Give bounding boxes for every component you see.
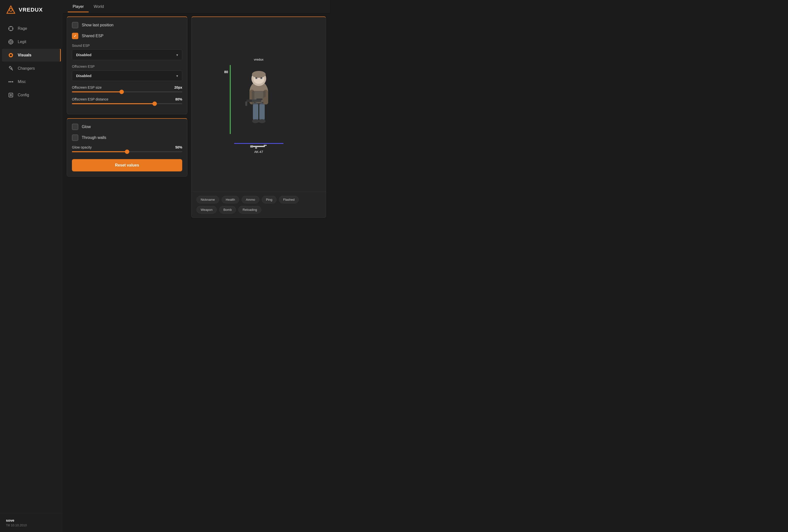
tag-bomb[interactable]: Bomb (219, 206, 236, 214)
offscreen-esp-size-track[interactable] (72, 91, 182, 92)
shared-esp-checkbox[interactable] (72, 33, 78, 39)
changers-icon (8, 65, 14, 72)
svg-point-14 (10, 54, 12, 56)
misc-icon (8, 79, 14, 85)
offscreen-esp-arrow: ▾ (176, 74, 178, 78)
offscreen-esp-select[interactable]: Disabled ▾ (72, 71, 182, 81)
sidebar: VREDUX Rage (0, 0, 63, 222)
sidebar-item-label-config: Config (18, 93, 29, 97)
player-health-number: 80 (224, 70, 228, 74)
through-walls-label: Through walls (82, 136, 106, 140)
svg-point-16 (8, 81, 10, 82)
tag-health[interactable]: Health (222, 196, 239, 203)
sidebar-item-changers[interactable]: Changers (2, 62, 61, 75)
glow-checkbox[interactable] (72, 124, 78, 130)
sound-esp-value: Disabled (76, 53, 92, 57)
offscreen-esp-distance-label: Offscreen ESP distance (72, 97, 109, 101)
svg-point-37 (259, 119, 265, 123)
glow-opacity-label: Glow opacity (72, 145, 92, 149)
panels-area: Show last position Shared ESP Sound ESP … (63, 13, 330, 222)
svg-rect-43 (255, 147, 257, 149)
weapon-icon (250, 143, 268, 149)
svg-point-20 (10, 94, 12, 96)
visuals-icon (8, 52, 14, 58)
tab-player[interactable]: Player (68, 0, 88, 12)
tag-ping[interactable]: Ping (262, 196, 277, 203)
offscreen-esp-size-fill (72, 91, 122, 92)
tag-flashed[interactable]: Flashed (279, 196, 299, 203)
logo-icon (6, 5, 16, 15)
glow-opacity-section: Glow opacity 50% (72, 145, 182, 152)
sound-esp-label: Sound ESP (72, 44, 182, 47)
tags-area: NicknameHealthAmmoPingFlashedWeaponBombR… (192, 192, 326, 217)
offscreen-esp-size-section: Offscreen ESP size 20px (72, 85, 182, 92)
svg-rect-41 (250, 145, 253, 147)
offscreen-esp-distance-section: Offscreen ESP distance 80% (72, 97, 182, 104)
tag-ammo[interactable]: Ammo (241, 196, 259, 203)
weapon-label-area: AK-47 (250, 143, 268, 154)
offscreen-esp-size-value: 20px (174, 85, 182, 90)
logo-text: VREDUX (19, 7, 43, 13)
svg-rect-40 (252, 146, 265, 147)
glow-opacity-track[interactable] (72, 151, 182, 152)
through-walls-row: Through walls (72, 135, 182, 141)
svg-point-1 (9, 8, 12, 11)
sidebar-item-label-visuals: Visuals (18, 53, 32, 57)
legit-icon (8, 39, 14, 45)
show-last-position-checkbox[interactable] (72, 22, 78, 28)
sidebar-item-rage[interactable]: Rage (2, 22, 61, 35)
sidebar-item-label-legit: Legit (18, 40, 26, 44)
panel-esp-settings: Show last position Shared ESP Sound ESP … (67, 17, 188, 114)
tag-nickname[interactable]: Nickname (197, 196, 219, 203)
logo-area: VREDUX (0, 0, 63, 20)
show-last-position-row: Show last position (72, 22, 182, 28)
sound-esp-arrow: ▾ (176, 53, 178, 57)
reset-values-button[interactable]: Reset values (72, 159, 182, 172)
glow-opacity-value: 50% (175, 145, 182, 149)
glow-label: Glow (82, 125, 91, 129)
offscreen-esp-value: Disabled (76, 74, 92, 78)
player-health-bar (230, 65, 231, 134)
through-walls-checkbox[interactable] (72, 135, 78, 141)
sidebar-item-visuals[interactable]: Visuals (2, 49, 61, 62)
player-esp-label: vredux (254, 58, 263, 61)
shared-esp-row: Shared ESP (72, 33, 182, 39)
glow-opacity-fill (72, 151, 127, 152)
preview-area: vredux 80 (192, 17, 326, 192)
svg-rect-34 (253, 103, 258, 120)
shared-esp-label: Shared ESP (82, 34, 103, 38)
glow-opacity-thumb[interactable] (125, 150, 129, 154)
offscreen-esp-distance-thumb[interactable] (153, 101, 157, 106)
svg-point-17 (11, 81, 12, 82)
tag-reloading[interactable]: Reloading (238, 206, 261, 214)
weapon-name: AK-47 (254, 150, 263, 154)
main-content: Player World Show last position Shared E… (63, 0, 330, 222)
right-panel-preview: vredux 80 (191, 17, 326, 218)
sidebar-item-misc[interactable]: Misc (2, 75, 61, 88)
offscreen-esp-size-label: Offscreen ESP size (72, 85, 102, 90)
svg-rect-42 (264, 145, 267, 146)
offscreen-esp-size-thumb[interactable] (119, 90, 124, 94)
config-icon (8, 92, 14, 98)
sound-esp-select[interactable]: Disabled ▾ (72, 50, 182, 60)
svg-marker-0 (7, 6, 15, 13)
svg-rect-32 (245, 101, 247, 106)
tab-world[interactable]: World (88, 0, 109, 12)
svg-point-28 (252, 71, 266, 78)
svg-point-36 (252, 119, 259, 123)
glow-row: Glow (72, 124, 182, 130)
svg-rect-39 (263, 97, 268, 104)
sidebar-item-config[interactable]: Config (2, 89, 61, 101)
sidebar-item-legit[interactable]: Legit (2, 36, 61, 48)
tag-weapon[interactable]: Weapon (197, 206, 217, 214)
offscreen-esp-section: Offscreen ESP Disabled ▾ (72, 64, 182, 81)
show-last-position-label: Show last position (82, 23, 114, 27)
nav-items: Rage Legit Vis (0, 20, 63, 222)
offscreen-esp-label: Offscreen ESP (72, 64, 182, 68)
sidebar-item-label-rage: Rage (18, 26, 27, 31)
svg-point-8 (10, 41, 12, 43)
player-preview: vredux 80 (234, 65, 283, 144)
left-panels: Show last position Shared ESP Sound ESP … (67, 17, 188, 218)
offscreen-esp-distance-track[interactable] (72, 103, 182, 104)
top-tabs: Player World (63, 0, 330, 13)
